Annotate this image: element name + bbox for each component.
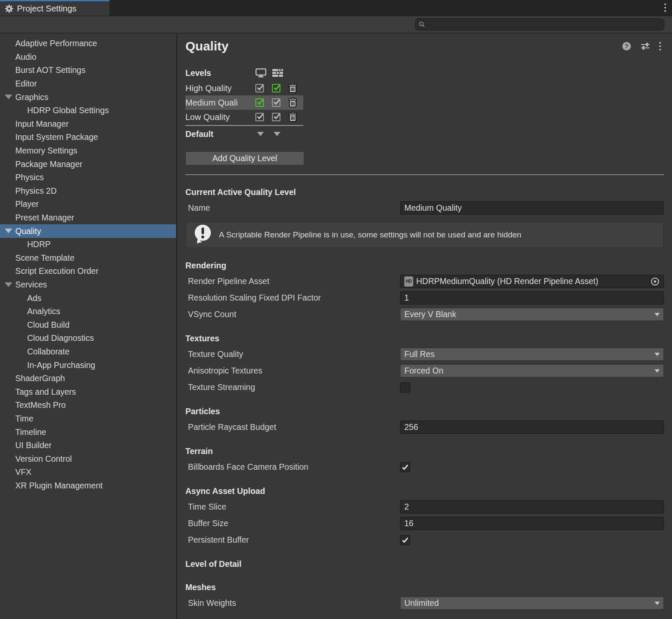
default-row: Default [185,127,303,141]
persistent-buffer-checkbox[interactable] [400,535,410,545]
expand-triangle-icon[interactable] [5,282,12,287]
trash-icon[interactable] [288,83,297,93]
sidebar-item-script-execution-order[interactable]: Script Execution Order [0,265,176,278]
form-row-skin-weights: Skin WeightsUnlimited [185,597,664,610]
sidebar-item-player[interactable]: Player [0,198,176,211]
search-input[interactable] [428,20,661,29]
sidebar-item-physics-2d[interactable]: Physics 2D [0,184,176,198]
sidebar-item-editor[interactable]: Editor [0,77,176,91]
field-label: Texture Quality [185,349,400,359]
sidebar-item-input-manager[interactable]: Input Manager [0,117,176,131]
sidebar-item-textmesh-pro[interactable]: TextMesh Pro [0,399,176,412]
sidebar-item-label: Input System Package [0,132,98,142]
desktop-checkbox[interactable] [255,98,264,107]
sidebar-item-ads[interactable]: Ads [0,291,176,305]
server-checkbox[interactable] [272,113,280,121]
trash-icon[interactable] [288,112,297,122]
sidebar-item-label: Timeline [0,427,46,437]
particle-raycast-budget-input[interactable] [400,421,664,434]
expand-triangle-icon[interactable] [5,229,12,233]
texture-quality-dropdown[interactable]: Full Res [400,348,664,361]
sidebar-item-xr-plugin-management[interactable]: XR Plugin Management [0,479,176,493]
presets-icon[interactable] [641,42,650,50]
search-box[interactable] [415,18,664,31]
default-server-dropdown-icon[interactable] [274,132,280,136]
sidebar-item-adaptive-performance[interactable]: Adaptive Performance [0,37,176,50]
field-label: Billboards Face Camera Position [185,462,400,472]
page-title: Quality [185,39,664,54]
sidebar-item-tags-and-layers[interactable]: Tags and Layers [0,385,176,399]
sidebar-item-quality[interactable]: Quality [0,224,176,238]
tab-project-settings[interactable]: Project Settings [0,0,109,16]
quality-level-row-medium-quali[interactable]: Medium Quali [185,95,303,110]
sidebar-item-audio[interactable]: Audio [0,50,176,64]
sidebar-item-label: Editor [0,79,37,89]
quality-panel: ? Quality Levels High Quality Medium Qua… [177,33,672,619]
time-slice-input[interactable] [400,500,664,513]
sidebar-item-package-manager[interactable]: Package Manager [0,157,176,171]
sidebar-item-graphics[interactable]: Graphics [0,90,176,104]
sidebar-item-memory-settings[interactable]: Memory Settings [0,144,176,158]
sidebar-item-preset-manager[interactable]: Preset Manager [0,211,176,225]
vsync-count-dropdown[interactable]: Every V Blank [400,308,664,321]
dropdown-value: Forced On [404,366,443,376]
desktop-checkbox[interactable] [255,113,264,121]
object-picker-icon[interactable] [650,277,660,286]
billboards-face-camera-position-checkbox[interactable] [400,462,410,472]
help-icon[interactable]: ? [622,42,631,51]
sidebar-item-label: Player [0,199,39,209]
quality-level-row-high-quality[interactable]: High Quality [185,81,303,95]
srp-info-text: A Scriptable Render Pipeline is in use, … [219,230,521,240]
desktop-checkbox[interactable] [255,84,264,92]
sidebar-item-cloud-diagnostics[interactable]: Cloud Diagnostics [0,332,176,345]
sidebar-item-collaborate[interactable]: Collaborate [0,345,176,359]
sidebar-item-timeline[interactable]: Timeline [0,425,176,439]
quality-level-name: Low Quality [185,112,255,122]
server-checkbox[interactable] [272,98,280,107]
sidebar-item-vfx[interactable]: VFX [0,466,176,479]
add-quality-level-button[interactable]: Add Quality Level [185,151,304,165]
section-heading-rendering: Rendering [185,259,664,271]
resolution-scaling-fixed-dpi-factor-input[interactable] [400,291,664,304]
section-divider [185,174,664,175]
skin-weights-dropdown[interactable]: Unlimited [400,597,664,610]
sidebar-item-scene-template[interactable]: Scene Template [0,251,176,265]
sidebar-item-hdrp[interactable]: HDRP [0,238,176,251]
server-checkbox[interactable] [272,84,280,92]
window-menu-icon[interactable] [664,3,666,12]
buffer-size-input[interactable] [400,517,664,530]
sidebar-item-in-app-purchasing[interactable]: In-App Purchasing [0,358,176,372]
sidebar-item-physics[interactable]: Physics [0,171,176,184]
render-pipeline-asset-object-field[interactable]: HDHDRPMediumQuality (HD Render Pipeline … [400,275,664,288]
sidebar-item-label: Memory Settings [0,146,77,156]
trash-icon[interactable] [288,98,297,108]
sidebar-item-analytics[interactable]: Analytics [0,305,176,318]
sidebar-item-version-control[interactable]: Version Control [0,452,176,466]
sidebar-item-time[interactable]: Time [0,412,176,426]
tab-title: Project Settings [17,4,76,14]
name-input[interactable] [400,201,664,215]
sidebar-item-cloud-build[interactable]: Cloud Build [0,318,176,332]
expand-triangle-icon[interactable] [5,95,12,99]
section-heading-level-of-detail: Level of Detail [185,558,664,570]
search-icon [419,21,425,28]
default-desktop-dropdown-icon[interactable] [257,132,264,136]
sidebar-item-burst-aot-settings[interactable]: Burst AOT Settings [0,64,176,77]
sidebar-item-label: Cloud Diagnostics [0,333,94,343]
sidebar-item-label: In-App Purchasing [0,360,95,370]
anisotropic-textures-dropdown[interactable]: Forced On [400,364,664,377]
sidebar-item-label: Version Control [0,454,72,464]
panel-menu-icon[interactable] [659,42,661,50]
sidebar-item-hdrp-global-settings[interactable]: HDRP Global Settings [0,104,176,117]
sidebar-item-input-system-package[interactable]: Input System Package [0,131,176,144]
levels-heading: Levels [185,68,255,78]
sidebar-item-services[interactable]: Services [0,278,176,292]
sidebar-item-shadergraph[interactable]: ShaderGraph [0,372,176,385]
form-row-time-slice: Time Slice [185,500,664,513]
chevron-down-icon [655,313,660,316]
sidebar-item-label: TextMesh Pro [0,400,66,410]
quality-level-row-low-quality[interactable]: Low Quality [185,110,303,124]
sidebar-item-ui-builder[interactable]: UI Builder [0,439,176,452]
desktop-icon [255,68,266,78]
texture-streaming-checkbox[interactable] [400,382,410,393]
